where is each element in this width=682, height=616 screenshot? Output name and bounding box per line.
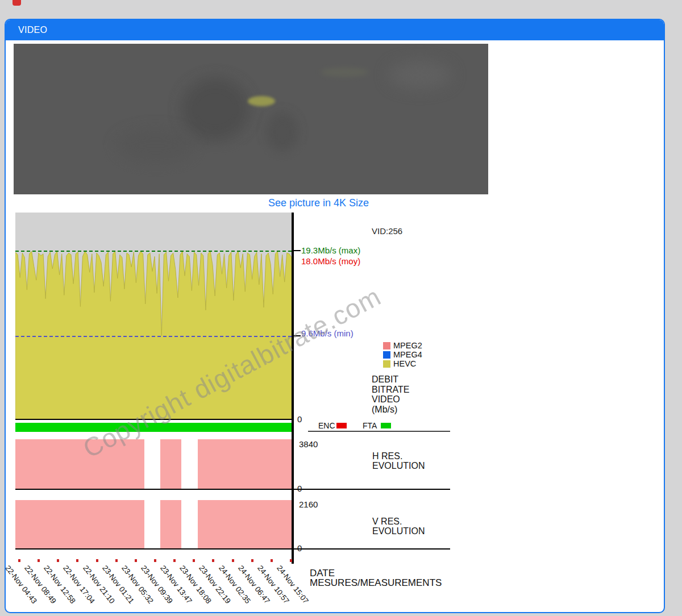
- date-tick: [135, 559, 137, 562]
- hres-zero-label: 0: [297, 484, 302, 493]
- max-axis-tick: [294, 250, 301, 251]
- vres-plot-area: [15, 499, 292, 548]
- caption-line: BITRATE: [372, 385, 409, 395]
- date-tick: [290, 559, 292, 562]
- res-bar-segment: [198, 439, 292, 489]
- legend-item: HEVC: [383, 359, 422, 368]
- video-frame-highlight: [248, 96, 275, 106]
- date-tick: [18, 559, 20, 562]
- caption-line: EVOLUTION: [372, 461, 425, 471]
- video-preview-image[interactable]: [14, 44, 488, 194]
- fta-legend-label: FTA: [363, 421, 377, 430]
- enc-fta-divider-line: [308, 431, 450, 432]
- bitrate-zero-label: 0: [297, 414, 302, 424]
- res-bar-segment: [160, 500, 181, 548]
- video-frame-artifact: [267, 112, 298, 152]
- bitrate-analysis-chart: 0 ENC FTA 3840 0 H RES. EVOLUTION 2160 0…: [15, 213, 464, 613]
- date-tick: [76, 559, 78, 562]
- enc-legend-swatch: [336, 423, 347, 428]
- vres-max-label: 2160: [299, 500, 318, 509]
- date-tick: [212, 559, 214, 562]
- max-bitrate-line: [15, 251, 292, 252]
- hevc-bitrate-area-chart: [15, 213, 292, 420]
- see-4k-link[interactable]: See picture in 4K Size: [268, 197, 369, 209]
- caption-line: DATE: [310, 568, 442, 578]
- date-tick: [193, 559, 195, 562]
- bitrate-plot-area: [15, 213, 292, 420]
- vres-zero-axis: [15, 548, 450, 550]
- panel-header: VIDEO: [6, 20, 664, 40]
- fta-legend-swatch: [381, 423, 391, 428]
- res-bar-segment: [198, 500, 292, 548]
- date-tick: [232, 559, 234, 562]
- legend-label: MPEG2: [393, 341, 422, 350]
- legend-swatch: [383, 351, 390, 359]
- res-bar-segment: [15, 439, 144, 489]
- red-indicator-artifact: [13, 0, 21, 6]
- date-tick: [96, 559, 98, 562]
- vid-pid-label: VID:256: [372, 226, 402, 236]
- video-frame-artifact: [181, 78, 249, 140]
- xaxis-caption: DATE MESURES/MEASUREMENTS: [310, 568, 442, 588]
- hres-plot-area: [15, 439, 292, 489]
- max-bitrate-label: 19.3Mb/s (max): [301, 245, 360, 255]
- panel-title: VIDEO: [18, 25, 47, 35]
- legend-swatch: [383, 360, 390, 368]
- legend-label: HEVC: [393, 359, 416, 368]
- video-frame-artifact: [389, 61, 451, 89]
- caption-line: H RES.: [372, 451, 425, 461]
- enc-legend-label: ENC: [318, 421, 335, 430]
- date-tick: [38, 559, 40, 562]
- caption-line: EVOLUTION: [372, 526, 425, 536]
- min-bitrate-line: [15, 336, 292, 337]
- legend-swatch: [383, 342, 390, 349]
- date-tick: [173, 559, 176, 562]
- date-tick: [115, 559, 118, 562]
- caption-line: MESURES/MEASUREMENTS: [310, 578, 442, 588]
- caption-line: (Mb/s): [372, 405, 409, 415]
- caption-line: V RES.: [372, 517, 425, 526]
- legend-item: MPEG2: [383, 341, 422, 350]
- res-bar-segment: [15, 500, 144, 548]
- video-frame-artifact: [116, 129, 196, 163]
- legend-label: MPEG4: [393, 350, 422, 359]
- video-frame-artifact: [321, 68, 369, 77]
- legend-item: MPEG4: [383, 350, 422, 359]
- date-tick: [154, 559, 156, 562]
- caption-line: VIDEO: [372, 394, 409, 405]
- vres-caption: V RES. EVOLUTION: [372, 517, 425, 536]
- video-panel: VIDEO See picture in 4K Size 0 ENC FTA: [5, 19, 665, 613]
- hres-max-label: 3840: [299, 439, 318, 449]
- right-axis-line: [292, 213, 294, 564]
- caption-line: DEBIT: [372, 374, 409, 385]
- hres-caption: H RES. EVOLUTION: [372, 451, 425, 471]
- codec-legend: MPEG2MPEG4HEVC: [383, 341, 422, 368]
- vres-zero-label: 0: [297, 543, 302, 553]
- hres-zero-axis: [15, 489, 450, 490]
- bitrate-axis-caption: DEBIT BITRATE VIDEO (Mb/s): [372, 374, 409, 414]
- res-bar-segment: [160, 439, 181, 489]
- date-tick: [57, 559, 59, 562]
- date-tick: [271, 559, 273, 562]
- avg-bitrate-label: 18.0Mb/s (moy): [301, 256, 360, 266]
- date-tick: [251, 559, 253, 562]
